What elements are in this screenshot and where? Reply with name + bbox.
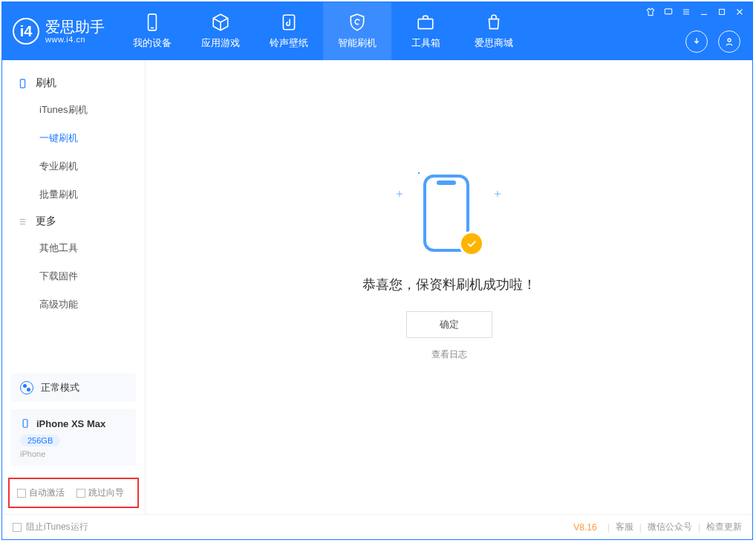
sidebar-section-more: 更多	[2, 209, 145, 234]
title-bar: i4 爱思助手 www.i4.cn 我的设备 应用游戏 铃声壁纸 智能刷机	[2, 2, 752, 60]
sidebar-batch-flash[interactable]: 批量刷机	[2, 181, 145, 209]
nav-flash[interactable]: 智能刷机	[323, 2, 391, 60]
check-icon	[459, 231, 484, 256]
sidebar-other-tools[interactable]: 其他工具	[2, 234, 145, 262]
window-controls	[645, 7, 745, 17]
version-label[interactable]: V8.16	[573, 522, 596, 533]
svg-rect-9	[720, 10, 725, 15]
sidebar-pro-flash[interactable]: 专业刷机	[2, 152, 145, 181]
nav-my-device[interactable]: 我的设备	[118, 2, 186, 60]
device-icon	[143, 13, 162, 32]
sidebar-itunes-flash[interactable]: iTunes刷机	[2, 96, 145, 124]
device-small-icon	[20, 417, 30, 430]
svg-rect-4	[665, 9, 671, 14]
checkbox-skip-guide[interactable]: 跳过向导	[76, 487, 124, 499]
svg-rect-3	[418, 19, 433, 29]
device-card[interactable]: iPhone XS Max 256GB iPhone	[11, 409, 136, 466]
success-message: 恭喜您，保资料刷机成功啦！	[362, 276, 536, 293]
ok-button[interactable]: 确定	[406, 311, 492, 338]
minimize-icon[interactable]	[699, 7, 709, 17]
highlighted-options: 自动激活 跳过向导	[8, 478, 139, 508]
nav-tools[interactable]: 工具箱	[391, 2, 460, 60]
nav-apps[interactable]: 应用游戏	[186, 2, 255, 60]
nav-ringtone[interactable]: 铃声壁纸	[255, 2, 323, 60]
maximize-icon[interactable]	[717, 7, 727, 17]
mode-icon	[20, 381, 33, 394]
checkbox-block-itunes[interactable]: 阻止iTunes运行	[13, 521, 88, 533]
feedback-icon[interactable]	[663, 7, 674, 17]
sidebar-download-fw[interactable]: 下载固件	[2, 262, 145, 290]
view-log-link[interactable]: 查看日志	[431, 348, 467, 361]
account-button[interactable]	[718, 30, 740, 53]
nav-store[interactable]: 爱思商城	[460, 2, 528, 60]
device-name: iPhone XS Max	[36, 418, 105, 429]
close-icon[interactable]	[734, 7, 745, 17]
check-update-link[interactable]: 检查更新	[706, 521, 742, 533]
music-icon	[279, 13, 299, 32]
main-nav: 我的设备 应用游戏 铃声壁纸 智能刷机 工具箱 爱思商城	[118, 2, 528, 60]
sidebar-one-click-flash[interactable]: 一键刷机	[2, 124, 145, 152]
success-illustration	[394, 169, 505, 258]
shield-refresh-icon	[348, 13, 367, 32]
phone-icon	[17, 78, 28, 89]
sidebar-advanced[interactable]: 高级功能	[2, 290, 145, 319]
download-button[interactable]	[685, 30, 708, 53]
app-logo: i4 爱思助手 www.i4.cn	[2, 2, 118, 60]
bag-icon	[484, 13, 504, 32]
svg-point-18	[417, 172, 419, 174]
sidebar-section-flash: 刷机	[2, 71, 145, 96]
main-content: 恭喜您，保资料刷机成功啦！ 确定 查看日志	[146, 60, 752, 514]
status-bar: 阻止iTunes运行 V8.16 | 客服 | 微信公众号 | 检查更新	[2, 514, 752, 539]
app-url: www.i4.cn	[45, 35, 105, 44]
checkbox-auto-activate[interactable]: 自动激活	[17, 487, 65, 499]
device-capacity: 256GB	[20, 435, 60, 446]
logo-icon: i4	[13, 18, 39, 45]
svg-rect-13	[20, 79, 25, 87]
sidebar: 刷机 iTunes刷机 一键刷机 专业刷机 批量刷机 更多 其他工具 下载固件 …	[2, 60, 146, 514]
app-name: 爱思助手	[45, 19, 105, 35]
svg-point-12	[728, 39, 731, 42]
menu-icon[interactable]	[681, 7, 691, 17]
briefcase-icon	[416, 13, 435, 32]
wechat-link[interactable]: 微信公众号	[648, 521, 692, 533]
mode-card[interactable]: 正常模式	[11, 374, 136, 402]
device-type: iPhone	[20, 449, 127, 458]
support-link[interactable]: 客服	[616, 521, 633, 533]
list-icon	[17, 216, 28, 227]
shirt-icon[interactable]	[645, 7, 656, 17]
svg-rect-17	[23, 420, 27, 428]
cube-icon	[211, 13, 230, 32]
svg-rect-2	[283, 15, 294, 30]
